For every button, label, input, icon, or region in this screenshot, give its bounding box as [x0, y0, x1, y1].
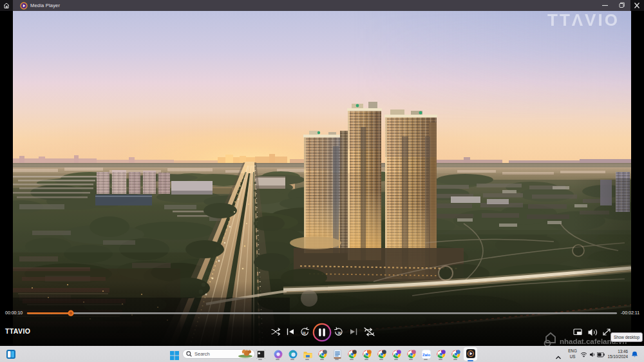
svg-text:10: 10 — [302, 332, 306, 335]
svg-text:30: 30 — [337, 332, 341, 335]
svg-text:Zalo: Zalo — [422, 353, 431, 357]
